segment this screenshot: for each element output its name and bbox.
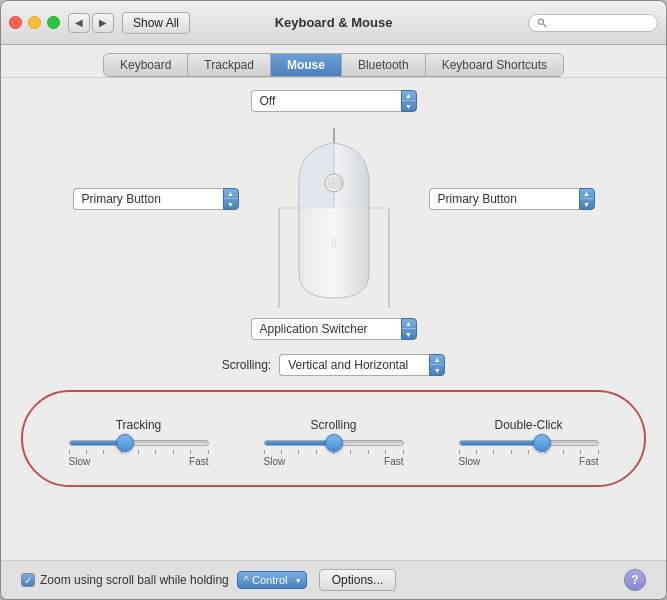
tab-group: Keyboard Trackpad Mouse Bluetooth Keyboa… [103,53,564,77]
tick [173,450,174,454]
scroll-direction-stepper[interactable]: ▲ ▼ [401,90,417,112]
scrolling-track[interactable] [264,440,404,446]
control-select-wrapper[interactable]: ^ Control [237,571,307,589]
tracking-labels: Slow Fast [69,456,209,467]
right-stepper-down-icon[interactable]: ▼ [580,199,594,209]
scrolling-stepper[interactable]: ▲ ▼ [429,354,445,376]
scrolling-min-label: Slow [264,456,286,467]
tick [190,450,191,454]
traffic-lights [9,16,60,29]
double-click-track[interactable] [459,440,599,446]
scroll-direction-value: Off [251,90,401,112]
tab-keyboard-shortcuts[interactable]: Keyboard Shortcuts [426,54,563,76]
right-stepper-up-icon[interactable]: ▲ [580,189,594,199]
tick [511,450,512,454]
minimize-button[interactable] [28,16,41,29]
search-box [528,14,658,32]
scrolling-thumb[interactable] [325,434,343,452]
tab-keyboard[interactable]: Keyboard [104,54,188,76]
svg-line-1 [544,24,547,27]
tick [69,450,70,454]
svg-point-4 [328,177,340,189]
tick [350,450,351,454]
tracking-thumb[interactable] [116,434,134,452]
mouse-area: Primary Button ▲ ▼ [21,128,646,308]
back-button[interactable]: ◀ [68,13,90,33]
scrolling-stepper-down-icon[interactable]: ▼ [430,365,444,375]
stepper-down-icon[interactable]: ▼ [402,101,416,111]
scroll-btn-stepper-down-icon[interactable]: ▼ [402,329,416,339]
tabbar: Keyboard Trackpad Mouse Bluetooth Keyboa… [1,45,666,78]
scroll-direction-dropdown[interactable]: Off ▲ ▼ [251,90,417,112]
left-stepper-up-icon[interactable]: ▲ [224,189,238,199]
double-click-min-label: Slow [459,456,481,467]
scrolling-value: Vertical and Horizontal [279,354,429,376]
svg-text::  [331,235,336,251]
control-select[interactable]: ^ Control [237,571,307,589]
close-button[interactable] [9,16,22,29]
tick [580,450,581,454]
tick [528,450,529,454]
double-click-labels: Slow Fast [459,456,599,467]
right-button-dropdown[interactable]: Primary Button ▲ ▼ [429,188,595,210]
tracking-track[interactable] [69,440,209,446]
tick [264,450,265,454]
tick [281,450,282,454]
left-button-stepper[interactable]: ▲ ▼ [223,188,239,210]
scroll-button-stepper[interactable]: ▲ ▼ [401,318,417,340]
help-button[interactable]: ? [624,569,646,591]
left-button-dropdown[interactable]: Primary Button ▲ ▼ [73,188,239,210]
forward-button[interactable]: ▶ [92,13,114,33]
left-stepper-down-icon[interactable]: ▼ [224,199,238,209]
main-window: ◀ ▶ Show All Keyboard & Mouse Keyboard T… [0,0,667,600]
svg-point-0 [538,19,543,24]
tab-mouse[interactable]: Mouse [271,54,342,76]
mouse-illustration:  [269,128,399,308]
scrolling-stepper-up-icon[interactable]: ▲ [430,355,444,365]
zoom-checkbox[interactable]: ✓ [21,573,35,587]
stepper-up-icon[interactable]: ▲ [402,91,416,101]
nav-buttons: ◀ ▶ [68,13,114,33]
show-all-button[interactable]: Show All [122,12,190,34]
double-click-max-label: Fast [579,456,598,467]
tick [138,450,139,454]
double-click-slider-group: Double-Click [449,418,609,467]
tab-trackpad[interactable]: Trackpad [188,54,271,76]
tracking-max-label: Fast [189,456,208,467]
tracking-slider-group: Tracking [59,418,219,467]
right-button-stepper[interactable]: ▲ ▼ [579,188,595,210]
bottom-bar: ✓ Zoom using scroll ball while holding ^… [1,560,666,599]
sliders-row: Tracking [21,408,646,477]
tracking-min-label: Slow [69,456,91,467]
options-button[interactable]: Options... [319,569,396,591]
double-click-label: Double-Click [494,418,562,432]
tick [459,450,460,454]
search-icon [537,17,547,29]
search-input[interactable] [551,17,649,29]
content-area: Off ▲ ▼ Primary Button ▲ ▼ [1,78,666,560]
tick [385,450,386,454]
tab-bluetooth[interactable]: Bluetooth [342,54,426,76]
scroll-button-dropdown[interactable]: Application Switcher ▲ ▼ [251,318,417,340]
scroll-btn-stepper-up-icon[interactable]: ▲ [402,319,416,329]
sliders-oval-container: Tracking [21,390,646,487]
double-click-thumb[interactable] [533,434,551,452]
tick [86,450,87,454]
tick [155,450,156,454]
tick [563,450,564,454]
double-click-ticks [459,450,599,454]
zoom-checkbox-label: ✓ Zoom using scroll ball while holding [21,573,229,587]
tick [476,450,477,454]
tick [208,450,209,454]
scrolling-slider-label: Scrolling [310,418,356,432]
scrolling-dropdown[interactable]: Vertical and Horizontal ▲ ▼ [279,354,445,376]
scrolling-slider-group: Scrolling [254,418,414,467]
left-button-value: Primary Button [73,188,223,210]
mouse-image:  [269,128,399,308]
maximize-button[interactable] [47,16,60,29]
double-click-fill [460,441,543,445]
tick [493,450,494,454]
scrolling-slider-labels: Slow Fast [264,456,404,467]
tick [103,450,104,454]
tick [368,450,369,454]
